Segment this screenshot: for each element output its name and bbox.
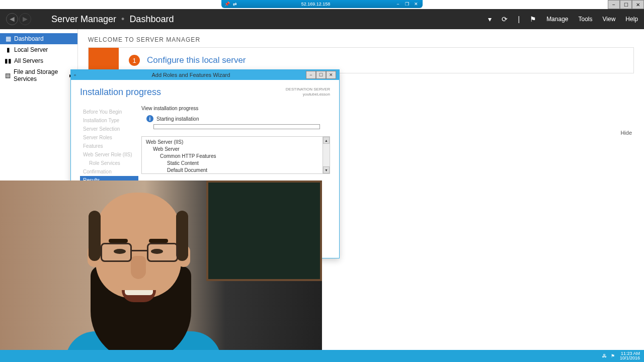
sidebar-item-file-storage[interactable]: ▤ File and Storage Services ▸ [0,66,77,84]
outer-minimize-button[interactable]: − [608,0,620,9]
refresh-icon[interactable]: ⟳ [502,15,508,23]
outer-close-button[interactable]: ✕ [632,0,644,9]
step-number-badge: 1 [129,55,140,66]
feature-item: Common HTTP Features [146,153,318,160]
divider-icon: | [518,15,520,23]
feature-list[interactable]: Web Server (IIS) Web Server Common HTTP … [142,137,323,173]
feature-item: Static Content [146,160,318,167]
nav-server-selection: Server Selection [80,125,138,133]
sidebar-item-local-server[interactable]: ▮ Local Server [0,44,77,55]
nav-back-button[interactable]: ◄ [6,13,18,25]
taskbar-clock[interactable]: 11:23 AM 10/1/2016 [620,351,640,360]
scroll-up-button[interactable]: ▲ [323,137,330,144]
progress-bar [153,124,320,129]
webcam-overlay [0,180,322,350]
wizard-maximize-button[interactable]: ☐ [316,71,326,79]
feature-list-box: Web Server (IIS) Web Server Common HTTP … [141,136,330,174]
nav-server-roles: Server Roles [80,133,138,142]
status-text: Starting installation [156,116,199,122]
breadcrumb-page: Dashboard [129,14,174,25]
wizard-title-text: Add Roles and Features Wizard [76,72,306,78]
scrollbar[interactable]: ▲ ▼ [323,137,330,173]
menu-manage[interactable]: Manage [546,16,568,23]
nav-web-server-role: Web Server Role (IIS) [80,150,138,159]
menu-tools[interactable]: Tools [579,16,593,23]
rdp-connection-bar: 📌 ⇄ 52.169.12.158 − ❐ ✕ [221,0,423,8]
nav-installation-type: Installation Type [80,116,138,125]
clock-date: 10/1/2016 [620,356,640,360]
scroll-track[interactable] [323,144,330,166]
outer-maximize-button[interactable]: ☐ [620,0,632,9]
nav-confirmation: Confirmation [80,167,138,176]
configure-server-link[interactable]: Configure this local server [147,55,246,65]
breadcrumb-separator-icon: • [121,14,124,25]
view-progress-label: View installation progress [141,106,330,111]
feature-item: Web Server [146,146,318,153]
nav-forward-button[interactable]: ► [19,13,31,25]
breadcrumb: Server Manager • Dashboard [51,14,174,25]
sidebar-item-label: All Servers [14,57,43,64]
sidebar-item-all-servers[interactable]: ▮▮ All Servers [0,55,77,66]
wizard-close-button[interactable]: ✕ [326,71,336,79]
storage-icon: ▤ [5,72,11,78]
welcome-accent-block [89,48,119,72]
sidebar-item-label: File and Storage Services [14,68,66,82]
welcome-title: WELCOME TO SERVER MANAGER [88,36,634,43]
scroll-down-button[interactable]: ▼ [323,166,330,173]
nav-role-services: Role Services [80,159,138,167]
rdp-ip: 52.169.12.158 [301,2,331,7]
rdp-restore-button[interactable]: ❐ [404,1,411,7]
dashboard-icon: ▦ [5,36,11,42]
signal-icon: ⇄ [233,2,237,7]
rdp-close-button[interactable]: ✕ [413,1,420,7]
rdp-minimize-button[interactable]: − [394,1,401,7]
dest-label: DESTINATION SERVER [286,87,330,92]
feature-item: Web Server (IIS) [146,139,318,146]
sidebar-item-label: Local Server [14,46,48,53]
server-icon: ▮ [5,47,11,53]
refresh-dropdown-icon[interactable]: ▾ [488,15,492,23]
menu-help[interactable]: Help [625,16,638,23]
sidebar-item-label: Dashboard [14,35,44,42]
menu-view[interactable]: View [603,16,616,23]
system-tray: 🖧 ⚑ [602,353,615,358]
wizard-destination: DESTINATION SERVER youtubeLesson [286,87,330,98]
feature-item: Default Document [146,167,318,173]
nav-features: Features [80,142,138,150]
outer-window-controls: − ☐ ✕ [608,0,644,9]
pin-icon[interactable]: 📌 [224,2,230,7]
nav-before-you-begin: Before You Begin [80,108,138,116]
taskbar[interactable]: 🖧 ⚑ 11:23 AM 10/1/2016 [0,350,644,362]
servers-icon: ▮▮ [5,58,11,64]
person [25,180,236,350]
tray-flag-icon[interactable]: ⚑ [611,353,615,358]
sidebar-item-dashboard[interactable]: ▦ Dashboard [0,33,77,44]
info-icon: i [146,115,153,122]
hide-link[interactable]: Hide [620,130,632,136]
tray-network-icon[interactable]: 🖧 [602,353,607,358]
breadcrumb-app[interactable]: Server Manager [51,14,116,25]
server-manager-header: ◄ ► Server Manager • Dashboard ▾ ⟳ | ⚑ M… [0,9,644,29]
wizard-minimize-button[interactable]: − [306,71,316,79]
dest-value: youtubeLesson [286,92,330,97]
wizard-titlebar[interactable]: ▫ Add Roles and Features Wizard − ☐ ✕ [71,70,339,80]
sidebar: ▦ Dashboard ▮ Local Server ▮▮ All Server… [0,29,78,180]
flag-icon[interactable]: ⚑ [530,15,536,23]
